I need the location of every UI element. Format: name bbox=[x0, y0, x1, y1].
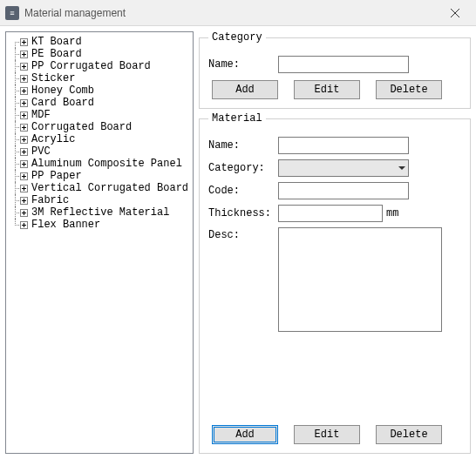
expand-icon[interactable] bbox=[20, 51, 28, 58]
tree-line-icon bbox=[11, 219, 20, 231]
category-edit-button[interactable]: Edit bbox=[294, 80, 360, 99]
expand-icon[interactable] bbox=[20, 197, 28, 205]
expand-icon[interactable] bbox=[20, 209, 28, 217]
tree-item[interactable]: PE Board bbox=[8, 48, 191, 60]
tree-line-icon bbox=[11, 206, 20, 219]
tree-line-icon bbox=[11, 170, 20, 182]
tree-item-label: KT Board bbox=[31, 36, 82, 48]
material-code-label: Code: bbox=[208, 185, 278, 197]
tree-item[interactable]: PP Paper bbox=[8, 170, 191, 182]
tree-item-label: Card Board bbox=[31, 97, 94, 109]
material-edit-button[interactable]: Edit bbox=[294, 425, 360, 444]
tree-line-icon bbox=[11, 84, 20, 97]
tree-line-icon bbox=[11, 158, 20, 170]
material-add-button[interactable]: Add bbox=[212, 425, 278, 444]
expand-icon[interactable] bbox=[20, 148, 28, 156]
tree-item-label: Corrugated Board bbox=[31, 121, 132, 133]
tree-item[interactable]: Fabric bbox=[8, 194, 191, 206]
tree-item-label: PE Board bbox=[31, 48, 82, 60]
category-delete-button[interactable]: Delete bbox=[376, 80, 442, 99]
material-desc-label: Desc: bbox=[208, 227, 278, 241]
thickness-unit: mm bbox=[386, 207, 398, 219]
tree-item-label: PVC bbox=[31, 145, 51, 158]
tree-item-label: Sticker bbox=[31, 72, 75, 84]
tree-item-label: Flex Banner bbox=[31, 219, 100, 231]
expand-icon[interactable] bbox=[20, 75, 28, 83]
expand-icon[interactable] bbox=[20, 160, 28, 168]
tree-item[interactable]: Flex Banner bbox=[8, 219, 191, 231]
tree-item[interactable]: Card Board bbox=[8, 97, 191, 109]
expand-icon[interactable] bbox=[20, 111, 28, 119]
tree-item[interactable]: Honey Comb bbox=[8, 84, 191, 97]
category-name-label: Name: bbox=[208, 58, 278, 71]
tree-item-label: 3M Reflective Material bbox=[31, 206, 169, 219]
material-name-label: Name: bbox=[208, 139, 278, 152]
expand-icon[interactable] bbox=[20, 124, 28, 132]
category-add-button[interactable]: Add bbox=[212, 80, 278, 99]
material-desc-input[interactable] bbox=[278, 227, 442, 332]
expand-icon[interactable] bbox=[20, 172, 28, 180]
material-group: Material Name: Category: Code: bbox=[199, 112, 471, 454]
tree-item[interactable]: Aluminum Composite Panel bbox=[8, 158, 191, 170]
material-legend: Material bbox=[208, 112, 266, 125]
category-name-input[interactable] bbox=[278, 56, 409, 73]
tree-line-icon bbox=[11, 48, 20, 60]
tree-item-label: Vertical Corrugated Board bbox=[31, 182, 188, 194]
expand-icon[interactable] bbox=[20, 185, 28, 192]
tree-item-label: PP Corrugated Board bbox=[31, 60, 151, 72]
tree-line-icon bbox=[11, 36, 20, 48]
tree-line-icon bbox=[11, 109, 20, 121]
category-legend: Category bbox=[208, 31, 266, 44]
tree-line-icon bbox=[11, 121, 20, 133]
tree-line-icon bbox=[11, 60, 20, 72]
title-bar: ≡ Material management bbox=[0, 0, 476, 26]
tree-line-icon bbox=[11, 97, 20, 109]
tree-item[interactable]: Vertical Corrugated Board bbox=[8, 182, 191, 194]
chevron-down-icon bbox=[398, 166, 405, 170]
tree-item[interactable]: Sticker bbox=[8, 72, 191, 84]
tree-line-icon bbox=[11, 182, 20, 194]
material-name-input[interactable] bbox=[278, 137, 409, 154]
tree-item[interactable]: PVC bbox=[8, 145, 191, 158]
close-icon bbox=[451, 9, 459, 17]
material-code-input[interactable] bbox=[278, 182, 409, 199]
tree-item-label: Acrylic bbox=[31, 133, 75, 145]
tree-item[interactable]: 3M Reflective Material bbox=[8, 206, 191, 219]
tree-item-label: PP Paper bbox=[31, 170, 82, 182]
expand-icon[interactable] bbox=[20, 99, 28, 107]
expand-icon[interactable] bbox=[20, 87, 28, 95]
tree-item-label: MDF bbox=[31, 109, 51, 121]
tree-item[interactable]: MDF bbox=[8, 109, 191, 121]
tree-item[interactable]: Corrugated Board bbox=[8, 121, 191, 133]
tree-line-icon bbox=[11, 72, 20, 84]
category-group: Category Name: Add Edit Delete bbox=[199, 31, 471, 109]
expand-icon[interactable] bbox=[20, 221, 28, 229]
tree-line-icon bbox=[11, 133, 20, 145]
category-tree[interactable]: KT BoardPE BoardPP Corrugated BoardStick… bbox=[5, 31, 194, 454]
material-category-label: Category: bbox=[208, 162, 278, 174]
material-thickness-input[interactable] bbox=[278, 205, 383, 222]
tree-item[interactable]: KT Board bbox=[8, 36, 191, 48]
expand-icon[interactable] bbox=[20, 136, 28, 144]
expand-icon[interactable] bbox=[20, 63, 28, 71]
tree-item-label: Honey Comb bbox=[31, 84, 94, 97]
window-title: Material management bbox=[24, 7, 126, 19]
material-delete-button[interactable]: Delete bbox=[376, 425, 442, 444]
tree-item[interactable]: PP Corrugated Board bbox=[8, 60, 191, 72]
material-thickness-label: Thickness: bbox=[208, 207, 278, 219]
tree-line-icon bbox=[11, 145, 20, 158]
material-category-select[interactable] bbox=[278, 159, 409, 177]
tree-line-icon bbox=[11, 194, 20, 206]
app-icon: ≡ bbox=[5, 6, 19, 20]
tree-item[interactable]: Acrylic bbox=[8, 133, 191, 145]
close-button[interactable] bbox=[438, 4, 473, 22]
expand-icon[interactable] bbox=[20, 38, 28, 46]
tree-item-label: Fabric bbox=[31, 194, 69, 206]
tree-item-label: Aluminum Composite Panel bbox=[31, 158, 182, 170]
